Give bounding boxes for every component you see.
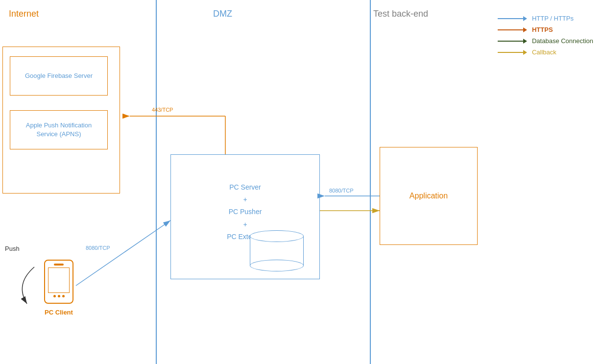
legend-line-http (498, 18, 523, 19)
legend-item-db: Database Connection (498, 37, 593, 45)
firebase-label: Google Firebase Server (25, 72, 93, 80)
phone-screen (48, 267, 70, 293)
phone-dot-3 (62, 295, 65, 297)
phone-dot-2 (58, 295, 60, 297)
zone-dmz-label: DMZ (213, 9, 232, 19)
legend: HTTP / HTTPs HTTPS Database Connection C… (498, 15, 593, 56)
legend-line-callback (498, 52, 523, 53)
legend-item-https: HTTPS (498, 26, 593, 33)
label-8080-right: 8080/TCP (329, 188, 354, 194)
apns-box: Apple Push NotificationService (APNS) (10, 110, 108, 149)
phone-dot-1 (53, 295, 56, 297)
legend-item-http: HTTP / HTTPs (498, 15, 593, 22)
push-arrow (22, 267, 34, 304)
label-443: 443/TCP (152, 107, 173, 113)
legend-label-https: HTTPS (532, 26, 553, 33)
legend-arrow-callback (498, 49, 527, 55)
diagram: Internet DMZ Test back-end Google Fireba… (0, 0, 603, 364)
legend-arrowhead-callback (523, 50, 527, 55)
zone-internet-label: Internet (9, 9, 39, 19)
legend-line-https (498, 29, 523, 30)
phone-icon (44, 260, 73, 304)
divider-line-left (156, 0, 157, 364)
label-8080-left: 8080/TCP (86, 245, 110, 251)
legend-line-db (498, 41, 523, 42)
application-box: Application (380, 147, 478, 245)
zone-testbackend-label: Test back-end (373, 9, 428, 19)
push-label: Push (5, 245, 20, 252)
legend-arrowhead-https (523, 27, 527, 32)
legend-arrow-http (498, 16, 527, 22)
legend-arrowhead-db (523, 39, 527, 44)
divider-line-right (370, 0, 371, 364)
legend-arrow-db (498, 38, 527, 44)
legend-label-db: Database Connection (532, 37, 593, 45)
phone-dots (45, 295, 72, 297)
phone-speaker (54, 264, 64, 266)
db-ellipse-top (250, 230, 304, 242)
apns-label: Apple Push NotificationService (APNS) (26, 121, 92, 139)
application-label: Application (410, 191, 448, 201)
phone-body (44, 260, 73, 304)
db-ellipse-bottom (250, 260, 304, 271)
legend-item-callback: Callback (498, 49, 593, 56)
legend-label-callback: Callback (532, 49, 556, 56)
firebase-box: Google Firebase Server (10, 56, 108, 96)
legend-arrow-https (498, 27, 527, 33)
db-cylinder (250, 230, 304, 271)
legend-arrowhead-http (523, 16, 527, 21)
pc-client-label: PC Client (39, 309, 78, 316)
legend-label-http: HTTP / HTTPs (532, 15, 574, 22)
